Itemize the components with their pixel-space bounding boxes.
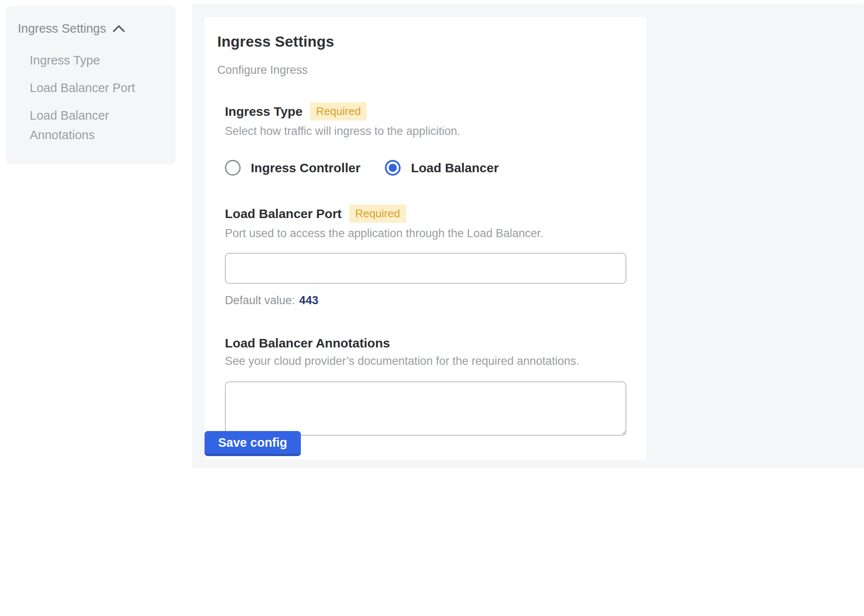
load-balancer-radio[interactable] bbox=[385, 160, 401, 176]
default-value-line: Default value:443 bbox=[225, 294, 626, 307]
default-value-label: Default value: bbox=[225, 294, 295, 307]
ingress-type-label-row: Ingress Type Required bbox=[225, 102, 626, 120]
ingress-controller-radio[interactable] bbox=[225, 160, 241, 176]
load-balancer-annotations-label-row: Load Balancer Annotations bbox=[225, 336, 626, 350]
load-balancer-radio-label: Load Balancer bbox=[411, 161, 499, 175]
ingress-settings-card: Ingress Settings Configure Ingress Ingre… bbox=[205, 17, 647, 459]
config-sidebar: Ingress Settings Ingress Type Load Balan… bbox=[6, 6, 176, 164]
field-load-balancer-annotations: Load Balancer Annotations See your cloud… bbox=[225, 336, 626, 436]
sidebar-item-ingress-type[interactable]: Ingress Type bbox=[30, 50, 163, 70]
ingress-type-help: Select how traffic will ingress to the a… bbox=[225, 125, 626, 138]
field-load-balancer-port: Load Balancer Port Required Port used to… bbox=[225, 204, 626, 307]
config-panel: Ingress Settings Configure Ingress Ingre… bbox=[192, 3, 864, 468]
field-ingress-type: Ingress Type Required Select how traffic… bbox=[225, 102, 626, 176]
sidebar-item-list: Ingress Type Load Balancer Port Load Bal… bbox=[18, 50, 163, 145]
ingress-type-radio-group: Ingress Controller Load Balancer bbox=[225, 160, 626, 176]
chevron-up-icon bbox=[113, 25, 125, 32]
ingress-type-label: Ingress Type bbox=[225, 104, 303, 119]
save-config-button[interactable]: Save config bbox=[205, 431, 301, 456]
ingress-controller-radio-label: Ingress Controller bbox=[251, 161, 360, 175]
load-balancer-port-input[interactable] bbox=[225, 253, 626, 284]
default-value: 443 bbox=[299, 294, 318, 307]
load-balancer-annotations-label: Load Balancer Annotations bbox=[225, 336, 390, 350]
radio-option-ingress-controller[interactable]: Ingress Controller bbox=[225, 160, 360, 176]
page-title: Ingress Settings bbox=[217, 33, 626, 50]
page: Ingress Settings Ingress Type Load Balan… bbox=[0, 0, 864, 616]
sidebar-group-label: Ingress Settings bbox=[18, 21, 106, 36]
load-balancer-port-help: Port used to access the application thro… bbox=[225, 227, 626, 240]
load-balancer-port-label: Load Balancer Port bbox=[225, 207, 342, 221]
load-balancer-annotations-textarea[interactable] bbox=[225, 381, 626, 436]
ingress-type-required-badge: Required bbox=[310, 102, 367, 120]
fields-container: Ingress Type Required Select how traffic… bbox=[217, 102, 626, 436]
sidebar-item-load-balancer-annotations[interactable]: Load Balancer Annotations bbox=[30, 106, 163, 145]
sidebar-group-ingress-settings[interactable]: Ingress Settings bbox=[18, 21, 163, 36]
load-balancer-annotations-help: See your cloud provider’s documentation … bbox=[225, 355, 626, 368]
page-subtitle: Configure Ingress bbox=[217, 64, 626, 77]
load-balancer-port-required-badge: Required bbox=[349, 204, 406, 223]
sidebar-item-load-balancer-port[interactable]: Load Balancer Port bbox=[30, 78, 163, 98]
load-balancer-port-label-row: Load Balancer Port Required bbox=[225, 204, 626, 223]
radio-option-load-balancer[interactable]: Load Balancer bbox=[385, 160, 499, 176]
